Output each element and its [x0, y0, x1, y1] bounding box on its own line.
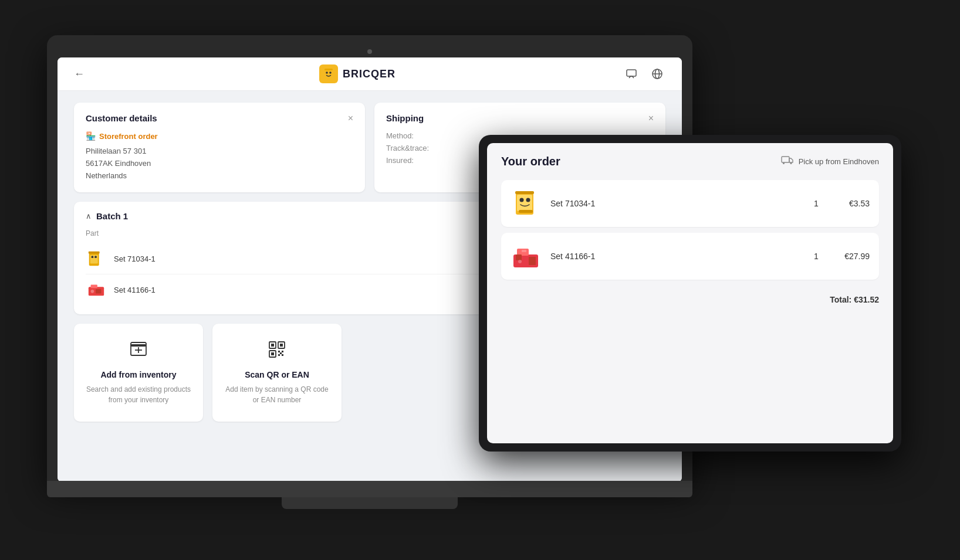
customer-card-header: Customer details × [86, 113, 353, 123]
order-item-2-name: Set 41166-1 [550, 252, 798, 261]
logo-text: BRICQER [343, 68, 396, 80]
customer-details-card: Customer details × 🏪 Storefront order Ph… [74, 103, 365, 192]
svg-rect-44 [529, 257, 536, 265]
svg-point-15 [91, 290, 94, 293]
svg-rect-40 [519, 210, 533, 213]
truck-icon [781, 155, 794, 168]
tablet-frame: Your order Pick up from Eindhoven [479, 135, 901, 452]
order-item-1-price: €3.53 [834, 199, 870, 208]
order-item-1: Set 71034-1 1 €3.53 [501, 180, 879, 227]
svg-rect-4 [627, 70, 636, 76]
part-thumb-2 [86, 279, 107, 300]
svg-rect-14 [91, 285, 97, 289]
laptop-stand [282, 497, 458, 509]
shipping-card-header: Shipping × [386, 113, 654, 123]
part-thumb-1 [86, 248, 107, 269]
order-item-1-name: Set 71034-1 [550, 199, 798, 208]
svg-rect-3 [324, 69, 333, 70]
order-item-2-price: €27.99 [834, 252, 870, 261]
order-item-2-qty: 1 [807, 252, 825, 261]
svg-point-34 [790, 162, 792, 164]
svg-rect-29 [278, 354, 280, 356]
svg-rect-39 [515, 191, 534, 194]
shipping-card-title: Shipping [386, 113, 424, 123]
svg-point-33 [783, 162, 785, 164]
svg-rect-27 [278, 351, 280, 352]
svg-rect-22 [271, 344, 274, 347]
customer-close-button[interactable]: × [348, 114, 353, 123]
header-actions [623, 66, 665, 82]
part-name-2: Set 41166-1 [114, 286, 156, 294]
part-name-1: Set 71034-1 [114, 254, 156, 263]
order-item-1-qty: 1 [807, 199, 825, 208]
pickup-label: Pick up from Eindhoven [799, 157, 879, 166]
order-thumb-2 [511, 241, 541, 271]
svg-rect-28 [282, 351, 283, 352]
batch-toggle-button[interactable]: ∧ [86, 212, 92, 220]
method-label: Method: [386, 131, 439, 140]
svg-rect-26 [271, 352, 274, 355]
svg-rect-31 [280, 352, 282, 354]
svg-point-11 [94, 256, 97, 259]
add-inventory-title: Add from inventory [86, 370, 191, 379]
inventory-icon [86, 340, 191, 363]
scan-qr-desc: Add item by scanning a QR code or EAN nu… [224, 384, 330, 405]
address-country: Netherlands [86, 170, 353, 182]
svg-rect-16 [96, 289, 101, 294]
svg-point-10 [92, 256, 94, 259]
svg-point-38 [526, 198, 530, 202]
add-inventory-desc: Search and add existing products from yo… [86, 384, 191, 405]
insured-label: Insured: [386, 156, 439, 165]
laptop-base [47, 481, 692, 497]
pickup-info: Pick up from Eindhoven [781, 155, 879, 168]
add-inventory-card[interactable]: Add from inventory Search and add existi… [74, 324, 203, 422]
svg-rect-30 [282, 354, 283, 356]
storefront-badge: 🏪 Storefront order [86, 131, 353, 141]
total-value: €31.52 [854, 295, 879, 304]
customer-address: Philitelaan 57 301 5617AK Eindhoven Neth… [86, 145, 353, 182]
svg-point-37 [520, 198, 524, 202]
shipping-close-button[interactable]: × [648, 114, 654, 123]
svg-rect-18 [131, 342, 146, 346]
svg-rect-12 [89, 252, 100, 254]
scan-qr-title: Scan QR or EAN [224, 370, 330, 379]
storefront-label: Storefront order [99, 132, 158, 141]
customer-card-title: Customer details [86, 113, 157, 123]
order-thumb-1 [511, 188, 541, 219]
app-logo: BRICQER [319, 65, 396, 83]
svg-point-45 [518, 260, 522, 263]
back-button[interactable]: ← [74, 68, 92, 80]
svg-point-2 [329, 72, 332, 74]
svg-rect-43 [516, 254, 522, 260]
app-header: ← BRICQER [58, 57, 682, 91]
svg-point-1 [326, 72, 328, 74]
logo-icon [319, 65, 338, 83]
svg-rect-32 [782, 157, 789, 162]
svg-rect-9 [90, 255, 98, 264]
storefront-icon: 🏪 [86, 131, 96, 141]
tablet-screen: Your order Pick up from Eindhoven [487, 143, 893, 443]
laptop-camera [367, 49, 372, 54]
svg-rect-24 [280, 344, 283, 347]
tablet-order-title: Your order [501, 155, 560, 168]
total-label: Total: [830, 295, 851, 304]
batch-title: Batch 1 [96, 211, 128, 221]
svg-rect-46 [522, 250, 526, 252]
svg-rect-36 [517, 195, 532, 211]
tablet-header: Your order Pick up from Eindhoven [501, 155, 879, 168]
qr-icon [224, 340, 330, 363]
tablet-total: Total: €31.52 [501, 289, 879, 304]
address-line2: 5617AK Eindhoven [86, 158, 353, 170]
message-icon[interactable] [623, 66, 640, 82]
scan-qr-card[interactable]: Scan QR or EAN Add item by scanning a QR… [212, 324, 342, 422]
globe-icon[interactable] [649, 66, 665, 82]
track-label: Track&trace: [386, 144, 439, 152]
order-item-2: Set 41166-1 1 €27.99 [501, 233, 879, 280]
address-line1: Philitelaan 57 301 [86, 145, 353, 158]
tablet-device: Your order Pick up from Eindhoven [479, 135, 901, 452]
